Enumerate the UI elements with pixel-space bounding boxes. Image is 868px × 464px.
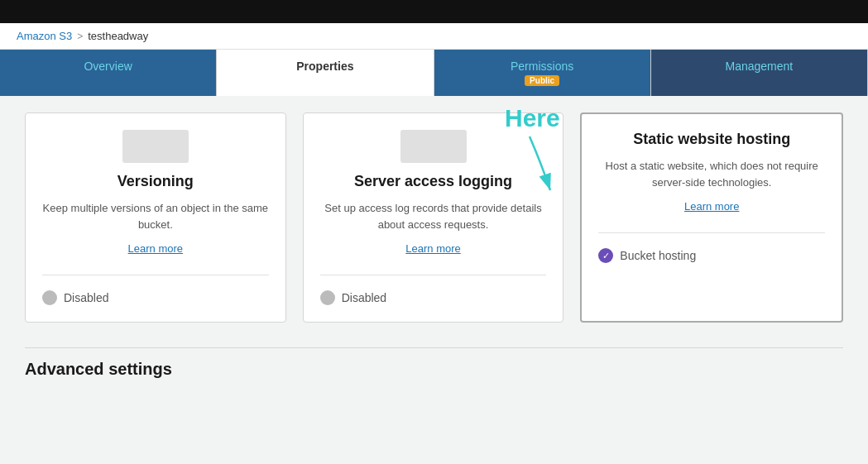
server-logging-divider bbox=[320, 275, 547, 275]
static-hosting-divider bbox=[598, 232, 825, 233]
public-badge: Public bbox=[525, 75, 559, 86]
versioning-status: Disabled bbox=[42, 287, 269, 305]
static-website-hosting-learn-more[interactable]: Learn more bbox=[684, 200, 739, 213]
breadcrumb-bar: Amazon S3 > testheadway bbox=[0, 23, 868, 50]
server-access-logging-title: Server access logging bbox=[354, 173, 512, 190]
cards-container: Versioning Keep multiple versions of an … bbox=[25, 112, 843, 323]
static-website-hosting-description: Host a static website, which does not re… bbox=[598, 158, 825, 190]
versioning-divider bbox=[42, 275, 269, 275]
tab-properties[interactable]: Properties bbox=[217, 50, 434, 96]
server-access-logging-card[interactable]: Server access logging Set up access log … bbox=[303, 112, 564, 323]
advanced-settings-title: Advanced settings bbox=[25, 360, 843, 379]
versioning-card[interactable]: Versioning Keep multiple versions of an … bbox=[25, 112, 286, 323]
versioning-status-dot bbox=[42, 290, 57, 305]
server-logging-status: Disabled bbox=[320, 287, 547, 305]
tab-management[interactable]: Management bbox=[651, 50, 868, 96]
static-hosting-status-text: Bucket hosting bbox=[620, 249, 696, 262]
breadcrumb-separator: > bbox=[77, 31, 83, 42]
top-bar bbox=[0, 0, 868, 23]
versioning-learn-more[interactable]: Learn more bbox=[128, 242, 183, 255]
breadcrumb-parent-link[interactable]: Amazon S3 bbox=[17, 30, 72, 42]
tab-bar: Overview Properties Permissions Public M… bbox=[0, 50, 868, 96]
advanced-settings-section: Advanced settings bbox=[25, 347, 843, 379]
static-hosting-status-dot: ✓ bbox=[598, 248, 613, 263]
versioning-icon-placeholder bbox=[122, 130, 189, 163]
breadcrumb-current: testheadway bbox=[88, 30, 148, 42]
tab-permissions[interactable]: Permissions Public bbox=[434, 50, 651, 96]
tab-overview[interactable]: Overview bbox=[0, 50, 217, 96]
versioning-status-text: Disabled bbox=[64, 291, 108, 304]
static-website-hosting-card[interactable]: Static website hosting Host a static web… bbox=[580, 112, 843, 323]
server-access-logging-learn-more[interactable]: Learn more bbox=[405, 242, 460, 255]
server-logging-status-text: Disabled bbox=[342, 291, 386, 304]
versioning-title: Versioning bbox=[117, 173, 194, 190]
main-content: Here Versioning Keep multiple versions o… bbox=[0, 96, 868, 404]
server-logging-status-dot bbox=[320, 290, 335, 305]
static-hosting-status: ✓ Bucket hosting bbox=[598, 245, 825, 263]
versioning-description: Keep multiple versions of an object in t… bbox=[42, 200, 269, 232]
server-access-logging-description: Set up access log records that provide d… bbox=[320, 200, 547, 232]
static-website-hosting-title: Static website hosting bbox=[633, 131, 790, 148]
server-logging-icon-placeholder bbox=[400, 130, 467, 163]
